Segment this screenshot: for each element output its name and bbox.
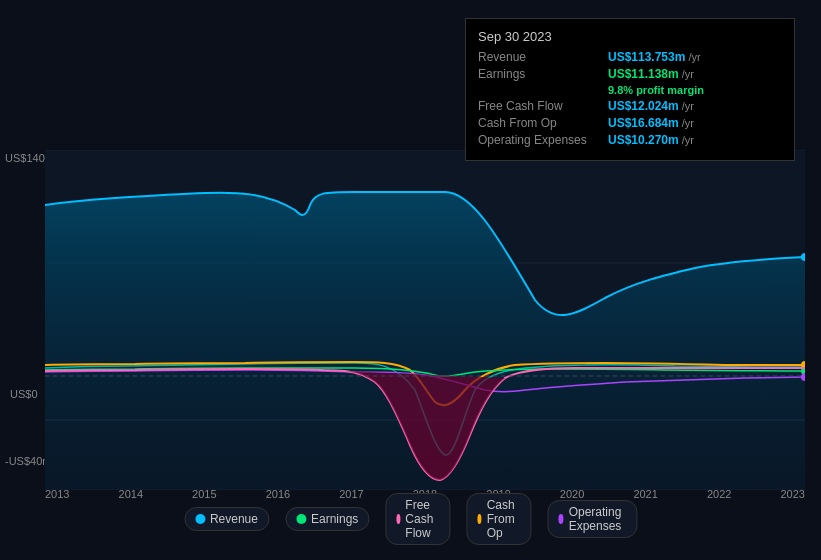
- tooltip-revenue-value: US$113.753m: [608, 50, 685, 64]
- tooltip-cashop-value: US$16.684m: [608, 116, 679, 130]
- legend: Revenue Earnings Free Cash Flow Cash Fro…: [184, 493, 637, 545]
- chart-svg: [45, 150, 805, 490]
- legend-label-revenue: Revenue: [210, 512, 258, 526]
- legend-label-cashop: Cash From Op: [487, 498, 521, 540]
- tooltip-revenue-label: Revenue: [478, 50, 608, 64]
- legend-item-cashop[interactable]: Cash From Op: [466, 493, 531, 545]
- legend-item-revenue[interactable]: Revenue: [184, 507, 269, 531]
- tooltip-cashop-label: Cash From Op: [478, 116, 608, 130]
- tooltip-opex-label: Operating Expenses: [478, 133, 608, 147]
- tooltip-date: Sep 30 2023: [478, 29, 782, 44]
- tooltip-fcf-value: US$12.024m: [608, 99, 679, 113]
- tooltip-earnings-label: Earnings: [478, 67, 608, 81]
- tooltip-fcf-unit: /yr: [682, 100, 694, 112]
- legend-dot-cashop: [477, 514, 481, 524]
- tooltip-profit-margin-row: 9.8% profit margin: [608, 84, 782, 96]
- tooltip-card: Sep 30 2023 Revenue US$113.753m /yr Earn…: [465, 18, 795, 161]
- tooltip-cashop-row: Cash From Op US$16.684m /yr: [478, 116, 782, 130]
- tooltip-earnings-value: US$11.138m: [608, 67, 679, 81]
- x-label-2014: 2014: [119, 488, 143, 500]
- x-label-2013: 2013: [45, 488, 69, 500]
- legend-dot-fcf: [396, 514, 400, 524]
- legend-item-opex[interactable]: Operating Expenses: [547, 500, 637, 538]
- tooltip-fcf-row: Free Cash Flow US$12.024m /yr: [478, 99, 782, 113]
- legend-item-fcf[interactable]: Free Cash Flow: [385, 493, 450, 545]
- x-label-2023: 2023: [780, 488, 804, 500]
- legend-label-fcf: Free Cash Flow: [405, 498, 439, 540]
- tooltip-cashop-unit: /yr: [682, 117, 694, 129]
- legend-dot-earnings: [296, 514, 306, 524]
- tooltip-earnings-row: Earnings US$11.138m /yr: [478, 67, 782, 81]
- tooltip-opex-unit: /yr: [682, 134, 694, 146]
- legend-item-earnings[interactable]: Earnings: [285, 507, 369, 531]
- chart-container: Sep 30 2023 Revenue US$113.753m /yr Earn…: [0, 0, 821, 560]
- legend-label-opex: Operating Expenses: [569, 505, 626, 533]
- tooltip-profit-margin: 9.8% profit margin: [608, 84, 704, 96]
- tooltip-fcf-label: Free Cash Flow: [478, 99, 608, 113]
- tooltip-opex-value: US$10.270m: [608, 133, 679, 147]
- legend-label-earnings: Earnings: [311, 512, 358, 526]
- tooltip-revenue-unit: /yr: [688, 51, 700, 63]
- legend-dot-opex: [558, 514, 563, 524]
- tooltip-revenue-row: Revenue US$113.753m /yr: [478, 50, 782, 64]
- x-label-2022: 2022: [707, 488, 731, 500]
- y-label-mid: US$0: [10, 388, 38, 400]
- legend-dot-revenue: [195, 514, 205, 524]
- tooltip-earnings-unit: /yr: [682, 68, 694, 80]
- tooltip-opex-row: Operating Expenses US$10.270m /yr: [478, 133, 782, 147]
